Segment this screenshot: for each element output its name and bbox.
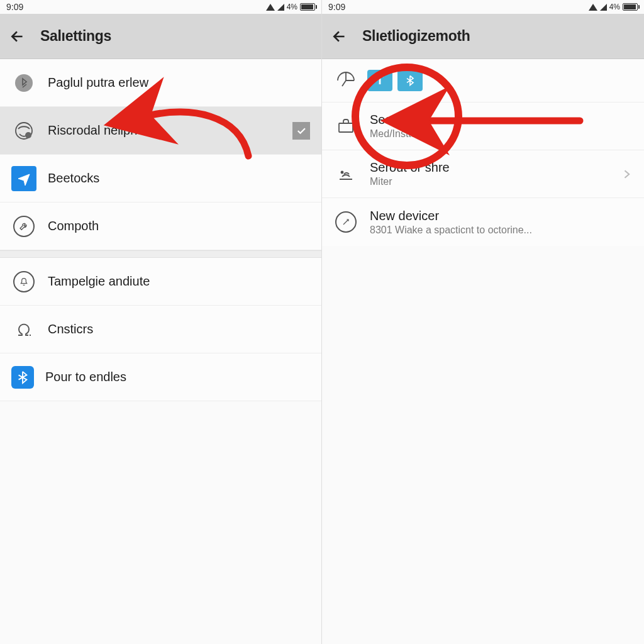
chip-bluetooth[interactable] xyxy=(397,70,423,91)
status-bar: 9:09 4% xyxy=(322,0,644,14)
chip-t[interactable]: T xyxy=(367,70,392,91)
wifi-icon xyxy=(266,4,275,11)
list-item-label: New devicer xyxy=(370,209,633,223)
list-item-seads[interactable]: Seads Med/Insttuph xyxy=(322,103,644,150)
back-button[interactable] xyxy=(9,28,26,45)
dial-ring-icon xyxy=(333,209,358,235)
detail-list: T Seads Med/Insttuph xyxy=(322,59,644,246)
list-item-label: Riscrodal neliph xyxy=(48,123,292,138)
page-title: Slıetliogizemoth xyxy=(362,28,470,45)
list-item-label: Cnsticrs xyxy=(48,322,93,336)
app-header: Slıetliogizemoth xyxy=(322,14,644,59)
svg-point-4 xyxy=(341,171,343,173)
battery-pct: 4% xyxy=(287,3,297,11)
bluetooth-icon xyxy=(404,74,416,87)
list-item-label: Paglul putra erlew xyxy=(48,75,148,90)
arrow-left-icon xyxy=(331,28,348,45)
bell-ring-icon xyxy=(11,269,36,294)
wifi-icon xyxy=(589,4,597,11)
app-header: Salıettings xyxy=(0,14,321,59)
list-item-pour[interactable]: Pour to endles xyxy=(0,353,321,401)
status-bar: 9:09 4% xyxy=(0,0,321,14)
section-divider xyxy=(0,250,321,258)
bluetooth-dot-icon xyxy=(11,70,36,96)
briefcase-icon xyxy=(333,114,358,139)
bluetooth-blue-icon xyxy=(11,366,34,389)
list-item-label: Seads xyxy=(370,113,633,127)
plane-icon xyxy=(11,166,36,191)
toggle-chip-row: T xyxy=(322,59,644,103)
wrench-ring-icon xyxy=(11,214,36,239)
list-item-sub: 8301 Wiake a spacticnt to octorine... xyxy=(370,225,633,236)
settings-list: Paglul putra erlew Riscrodal neliph Beet… xyxy=(0,59,321,401)
battery-icon xyxy=(300,3,315,11)
clock-half-icon xyxy=(333,68,358,93)
list-item-label: Beetocks xyxy=(48,171,99,186)
signal-icon xyxy=(277,4,284,11)
list-item-riscrodal[interactable]: Riscrodal neliph xyxy=(0,107,321,155)
list-item-compoth[interactable]: Compoth xyxy=(0,203,321,250)
checkbox-checked-icon[interactable] xyxy=(292,122,310,140)
list-item-sub: Med/Insttuph xyxy=(370,128,633,140)
list-item-beetocks[interactable]: Beetocks xyxy=(0,155,321,203)
list-item-tampelgie[interactable]: Tampelgie andiute xyxy=(0,258,321,306)
list-item-paglul[interactable]: Paglul putra erlew xyxy=(0,59,321,107)
svg-rect-3 xyxy=(339,123,353,132)
left-screenshot: 9:09 4% Salıettings Paglul putra erlew xyxy=(0,0,322,644)
svg-point-0 xyxy=(15,74,33,92)
globe-cog-icon xyxy=(11,118,36,143)
list-item-label: Serout or shre xyxy=(370,160,620,175)
list-item-newdev[interactable]: New devicer 8301 Wiake a spacticnt to oc… xyxy=(322,198,644,246)
page-title: Salıettings xyxy=(40,28,111,45)
battery-pct: 4% xyxy=(609,3,620,11)
chevron-right-icon xyxy=(620,168,633,180)
svg-point-2 xyxy=(25,132,31,138)
omega-icon xyxy=(11,317,36,342)
right-screenshot: 9:09 4% Slıetliogizemoth T xyxy=(322,0,644,644)
list-item-cnsticrs[interactable]: Cnsticrs xyxy=(0,306,321,353)
status-time: 9:09 xyxy=(328,2,345,12)
signal-icon xyxy=(333,162,358,187)
status-time: 9:09 xyxy=(6,2,23,12)
back-button[interactable] xyxy=(331,28,348,45)
list-item-label: Tampelgie andiute xyxy=(48,274,150,289)
list-item-label: Pour to endles xyxy=(45,370,126,384)
list-item-label: Compoth xyxy=(48,219,99,233)
signal-icon xyxy=(600,4,607,11)
arrow-left-icon xyxy=(9,28,26,45)
list-item-sub: Miter xyxy=(370,176,620,187)
list-item-serout[interactable]: Serout or shre Miter xyxy=(322,150,644,198)
battery-icon xyxy=(623,3,638,11)
